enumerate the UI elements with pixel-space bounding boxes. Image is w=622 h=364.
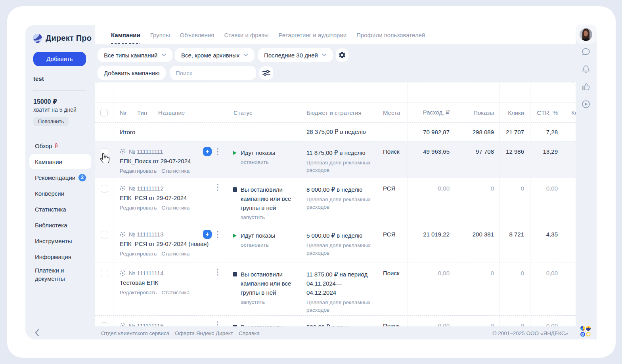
footer-links: Отдел клиентского сервиса Оферта Яндекс …: [101, 330, 260, 336]
sidebar-item-label: Статистика: [35, 206, 66, 213]
place-cell: Поиск: [378, 316, 408, 326]
filter-settings-button[interactable]: [259, 66, 273, 80]
col-conversions: Конверсии: [567, 103, 576, 122]
playing-status-icon: [233, 233, 237, 238]
kebab-menu-icon[interactable]: [217, 184, 218, 191]
totals-label: Итого: [113, 123, 226, 141]
boost-badge[interactable]: [203, 230, 212, 239]
status-action-link[interactable]: запустить: [241, 214, 301, 220]
period-filter-label: Последние 30 дней: [264, 52, 318, 59]
status-text: Идут показы: [241, 148, 295, 157]
stats-link[interactable]: Статистика: [161, 168, 189, 174]
status-action-link[interactable]: остановить: [241, 242, 301, 248]
edit-link[interactable]: Редактировать: [120, 251, 157, 257]
cost-cell: 0,00: [408, 178, 454, 224]
row-checkbox[interactable]: [101, 231, 108, 238]
campaign-row: № 111111114 Тестовая ЕПК Редактировать С…: [95, 263, 576, 316]
chat-icon[interactable]: [581, 47, 591, 57]
add-campaign-button[interactable]: Добавить кампанию: [98, 66, 166, 80]
stats-link[interactable]: Статистика: [161, 290, 189, 295]
col-number: №: [120, 109, 126, 116]
period-filter[interactable]: Последние 30 дней: [258, 48, 333, 62]
stats-link[interactable]: Статистика: [161, 251, 189, 257]
row-checkbox[interactable]: [101, 185, 108, 192]
tab-profiles[interactable]: Профили пользователей: [356, 26, 425, 44]
sidebar-item-recommendations[interactable]: Рекомендации 2: [25, 170, 95, 185]
cost-cell: 0,00: [408, 316, 454, 326]
place-cell: Поиск: [378, 263, 408, 315]
service-logo-icon: [580, 332, 585, 337]
campaign-type-filter[interactable]: Все типы кампаний: [98, 48, 172, 62]
campaign-number: № 111111111: [129, 148, 163, 155]
impressions-cell: 0: [454, 263, 499, 315]
row-checkbox[interactable]: [101, 270, 108, 277]
edit-link[interactable]: Редактировать: [120, 168, 157, 174]
like-icon[interactable]: [581, 82, 591, 91]
tab-ads[interactable]: Объявления: [180, 26, 214, 44]
kebab-menu-icon[interactable]: [217, 231, 218, 238]
kebab-menu-icon[interactable]: [217, 269, 218, 276]
footer-link-offer[interactable]: Оферта Яндекс Директ: [175, 330, 233, 336]
tab-campaigns[interactable]: Кампании: [111, 26, 140, 44]
sidebar-nav: Обзор β Кампании Рекомендации 2 Конверси…: [25, 138, 95, 289]
sidebar-item-payments[interactable]: Платежи и документы: [25, 265, 73, 289]
kebab-menu-icon[interactable]: [217, 321, 218, 326]
ctr-cell: 0,00: [530, 178, 567, 224]
sidebar-item-tools[interactable]: Инструменты: [25, 233, 95, 249]
bell-icon[interactable]: [581, 65, 591, 74]
boost-badge[interactable]: [203, 147, 212, 156]
campaign-type-icon: [120, 231, 126, 237]
select-all-checkbox[interactable]: [100, 109, 108, 116]
tab-retargeting[interactable]: Ретаргетинг и аудитории: [278, 26, 346, 44]
sidebar-item-library[interactable]: Библиотека: [25, 217, 95, 233]
search-input[interactable]: [170, 66, 256, 80]
clicks-cell: 0: [499, 263, 530, 315]
chevron-down-icon: [322, 53, 327, 57]
campaign-number: № 111111115: [129, 322, 164, 326]
play-video-icon[interactable]: [581, 99, 591, 109]
add-button[interactable]: Добавить: [33, 52, 86, 66]
sidebar-item-information[interactable]: Информация: [25, 249, 95, 265]
table-settings-button[interactable]: [336, 48, 348, 62]
avatar[interactable]: [580, 28, 592, 41]
edit-link[interactable]: Редактировать: [120, 290, 157, 295]
campaign-row: № 111111113 ЕПК_РСЯ от 29-07-2024 (новая…: [95, 224, 576, 263]
footer-link-help[interactable]: Справка: [239, 330, 260, 336]
sidebar-item-conversions[interactable]: Конверсии: [25, 185, 95, 201]
clicks-cell: 0: [499, 316, 530, 326]
sidebar-item-statistics[interactable]: Статистика: [25, 201, 95, 217]
tab-groups[interactable]: Группы: [150, 26, 170, 44]
ctr-cell: 0,00: [530, 316, 567, 326]
gear-icon: [338, 51, 346, 59]
sidebar-item-campaigns[interactable]: Кампании: [29, 154, 91, 169]
sidebar-item-overview[interactable]: Обзор β: [25, 138, 95, 154]
copyright: © 2001–2025 ООО «ЯНДЕКС»: [493, 330, 568, 336]
stats-link[interactable]: Статистика: [161, 205, 189, 211]
status-action-link[interactable]: запустить: [241, 299, 301, 305]
campaign-type-icon: [120, 323, 126, 326]
add-campaign-label: Добавить кампанию: [104, 70, 159, 76]
status-action-link[interactable]: остановить: [241, 159, 301, 165]
lightning-icon: [205, 232, 210, 237]
collapse-sidebar-button[interactable]: [34, 328, 40, 337]
topup-button[interactable]: Пополнить: [33, 117, 69, 126]
ctr-cell: 13,29: [530, 141, 567, 178]
totals-ctr: 7,28: [530, 123, 567, 141]
status-text: Вы остановили кампанию или все группы в …: [241, 185, 295, 212]
budget-note: Целевая доля рекламных расходов: [306, 299, 371, 314]
kebab-menu-icon[interactable]: [217, 148, 218, 155]
tab-bids[interactable]: Ставки и фразы: [224, 26, 268, 44]
direct-pro-logo-icon: [33, 34, 42, 43]
sidebar-item-label: Платежи и документы: [35, 266, 73, 283]
account-name: test: [33, 75, 44, 82]
archive-filter[interactable]: Все, кроме архивных: [175, 48, 255, 62]
campaign-row: № 111111115 Вы остановили 500,00 ₽ в ден…: [95, 316, 576, 326]
edit-link[interactable]: Редактировать: [120, 205, 157, 211]
impressions-cell: 97 708: [454, 141, 499, 178]
stopped-status-icon: [233, 272, 237, 276]
archive-filter-label: Все, кроме архивных: [181, 52, 239, 59]
footer-link-support[interactable]: Отдел клиентского сервиса: [101, 330, 169, 336]
logo[interactable]: Директ Про: [33, 34, 92, 43]
row-checkbox[interactable]: [101, 322, 108, 326]
ctr-cell: 4,35: [530, 224, 567, 263]
